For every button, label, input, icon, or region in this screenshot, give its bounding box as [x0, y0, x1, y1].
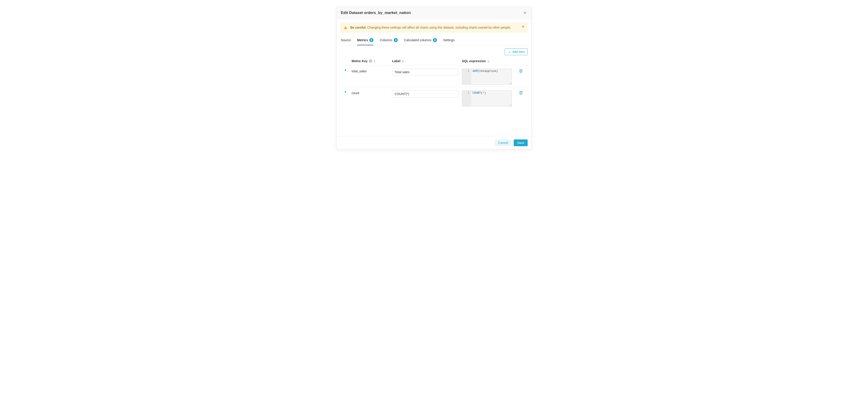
resize-handle-icon[interactable]: [509, 82, 512, 84]
metric-key-cell: count: [351, 89, 392, 95]
sql-keyword: COUNT: [472, 91, 481, 95]
warning-icon: [343, 26, 347, 30]
col-sql-label: SQL expression: [462, 59, 486, 63]
col-label-label: Label: [392, 59, 400, 63]
warning-text: Be careful. Changing these settings will…: [350, 25, 511, 30]
label-cell: [392, 89, 462, 97]
actions-cell: [514, 89, 528, 95]
metrics-table: Metric Key i ▲▼ Label ▲▼ SQL expression …: [340, 57, 528, 109]
sql-rest: (*): [481, 91, 486, 95]
actions-cell: [514, 67, 528, 73]
svg-line-9: [511, 84, 512, 84]
svg-rect-2: [345, 27, 346, 28]
modal-title-prefix: Edit Dataset: [341, 10, 364, 15]
warning-close-icon[interactable]: [521, 25, 525, 28]
tab-source[interactable]: Source: [341, 36, 351, 45]
metric-key-cell: total_sales: [351, 67, 392, 73]
sort-icon[interactable]: ▲▼: [402, 59, 404, 63]
expand-row-icon[interactable]: [340, 89, 351, 93]
trash-icon[interactable]: [519, 91, 523, 95]
resize-handle-icon[interactable]: [509, 104, 512, 106]
svg-line-13: [511, 106, 512, 106]
col-sql[interactable]: SQL expression ▲▼: [462, 59, 514, 63]
tab-metrics-badge: 2: [369, 38, 373, 42]
add-item-label: Add item: [512, 50, 525, 54]
tab-settings-label: Settings: [443, 38, 455, 42]
tab-calc-label: Calculated columns: [404, 38, 432, 42]
modal-body: Be careful. Changing these settings will…: [337, 19, 531, 136]
tab-calculated-columns[interactable]: Calculated columns 0: [404, 36, 437, 45]
sql-rest: (totalprice): [478, 69, 498, 73]
label-input[interactable]: [392, 68, 458, 76]
svg-marker-10: [345, 91, 347, 93]
svg-rect-3: [345, 28, 346, 29]
warning-strong: Be careful.: [350, 26, 367, 29]
tab-columns-badge: 4: [394, 38, 398, 42]
tab-columns-label: Columns: [380, 38, 392, 42]
warning-message: Changing these settings will affect all …: [367, 26, 511, 29]
tab-metrics-label: Metrics: [357, 38, 368, 42]
toolbar: ＋ Add item: [340, 45, 528, 57]
table-row: count 1 COUNT(*): [340, 87, 528, 109]
modal-title-dataset-name: orders_by_market_nation: [364, 10, 411, 15]
label-input[interactable]: [392, 90, 458, 97]
warning-alert: Be careful. Changing these settings will…: [340, 23, 528, 33]
table-header-row: Metric Key i ▲▼ Label ▲▼ SQL expression …: [340, 57, 528, 65]
sql-keyword: SUM: [472, 69, 478, 73]
sql-cell: 1 COUNT(*): [462, 89, 514, 107]
modal-title: Edit Dataset orders_by_market_nation: [341, 10, 411, 15]
tab-source-label: Source: [341, 38, 351, 42]
plus-icon: ＋: [507, 50, 511, 54]
save-button[interactable]: Save: [514, 139, 528, 146]
col-expand: [340, 59, 351, 63]
svg-marker-6: [345, 69, 347, 71]
sql-gutter: 1: [462, 69, 471, 84]
tabs: Source Metrics 2 Columns 4 Calculated co…: [340, 36, 528, 45]
edit-dataset-modal: Edit Dataset orders_by_market_nation Be …: [337, 7, 531, 150]
col-label[interactable]: Label ▲▼: [392, 59, 462, 63]
label-cell: [392, 67, 462, 76]
col-metric-key-label: Metric Key: [351, 59, 368, 63]
table-row: total_sales 1 SUM(totalprice): [340, 65, 528, 87]
tab-columns[interactable]: Columns 4: [380, 36, 398, 45]
trash-icon[interactable]: [519, 69, 523, 73]
sql-editor[interactable]: 1 SUM(totalprice): [462, 68, 512, 85]
tab-settings[interactable]: Settings: [443, 36, 455, 45]
sql-editor[interactable]: 1 COUNT(*): [462, 90, 512, 107]
cancel-button[interactable]: Cancel: [495, 139, 512, 146]
modal-header: Edit Dataset orders_by_market_nation: [337, 7, 531, 19]
col-actions: [514, 59, 528, 63]
sql-cell: 1 SUM(totalprice): [462, 67, 514, 85]
close-icon[interactable]: [523, 10, 527, 15]
sql-content[interactable]: SUM(totalprice): [471, 69, 512, 84]
expand-row-icon[interactable]: [340, 67, 351, 71]
sort-icon[interactable]: ▲▼: [373, 59, 376, 63]
tab-metrics[interactable]: Metrics 2: [357, 36, 373, 45]
col-metric-key[interactable]: Metric Key i ▲▼: [351, 59, 392, 63]
sort-icon[interactable]: ▲▼: [487, 59, 489, 63]
add-item-button[interactable]: ＋ Add item: [505, 49, 528, 55]
sql-content[interactable]: COUNT(*): [471, 91, 512, 106]
tab-calc-badge: 0: [433, 38, 437, 42]
modal-footer: Cancel Save: [337, 136, 531, 149]
sql-gutter: 1: [462, 91, 471, 106]
info-icon[interactable]: i: [369, 59, 372, 63]
